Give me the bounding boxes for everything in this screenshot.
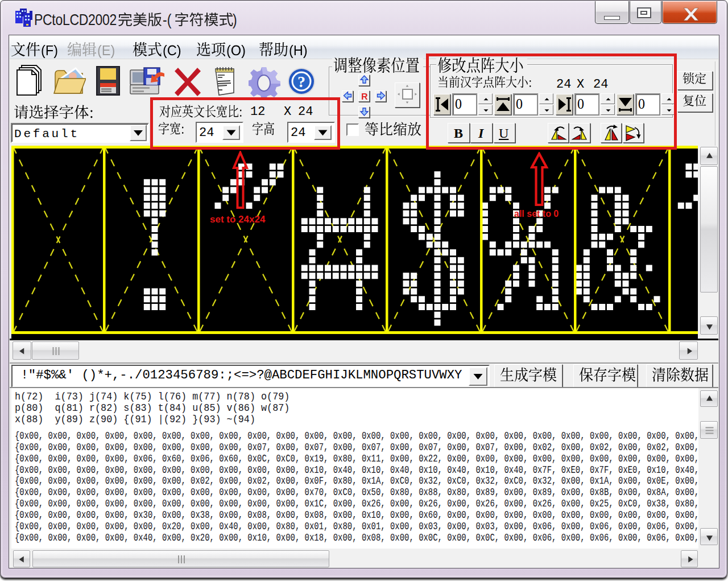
svg-text:?: ? [297,73,305,90]
